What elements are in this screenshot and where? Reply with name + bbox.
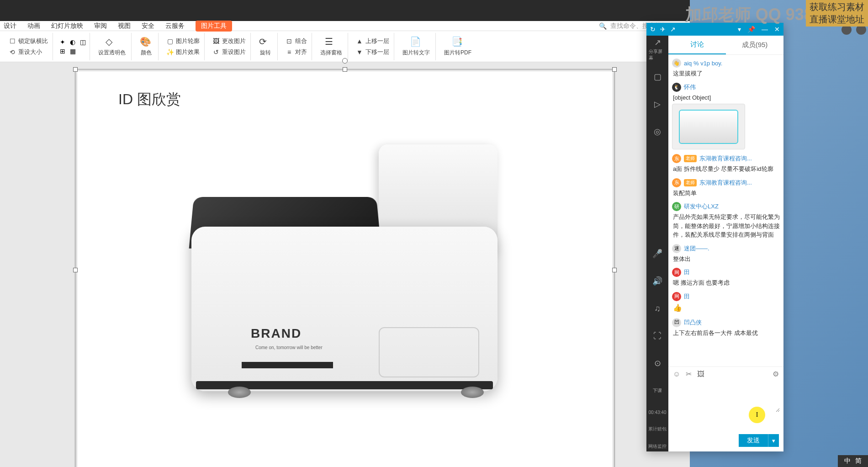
sidebar-play-icon[interactable]: ▷ bbox=[649, 94, 666, 114]
avatar: 东 bbox=[672, 154, 681, 163]
ribbon: ☐锁定纵横比 ⟲重设大小 ✦ ◐ ◫ ⊞ ▦ ◇设置透明色 🎨颜色 ▢图片轮廓 … bbox=[0, 31, 690, 62]
send-dropdown[interactable]: ▾ bbox=[768, 434, 779, 447]
sidebar-target-icon[interactable]: ◎ bbox=[649, 122, 666, 142]
title-bar bbox=[0, 0, 690, 21]
msg-text: [object Object] bbox=[673, 93, 780, 102]
chat-messages[interactable]: 👋aiq % v1p boy. 这里拔模了 🐧怀伟 [object Object… bbox=[668, 55, 783, 366]
resize-handle-tm[interactable] bbox=[343, 67, 347, 72]
crop-icon[interactable]: ◫ bbox=[79, 38, 87, 46]
pic-outline-button[interactable]: ▢图片轮廓 bbox=[164, 36, 201, 46]
share-icon[interactable]: ↗ bbox=[670, 26, 676, 33]
avatar: 迷 bbox=[672, 244, 681, 253]
ribbon-tabs: 设计 动画 幻灯片放映 审阅 视图 安全 云服务 图片工具 🔍 查找命令、搜索模… bbox=[0, 21, 690, 31]
tab-security[interactable]: 安全 bbox=[142, 21, 154, 32]
scissors-icon[interactable]: ✂ bbox=[686, 370, 692, 378]
msg-username[interactable]: 田 bbox=[684, 292, 690, 301]
tab-design[interactable]: 设计 bbox=[4, 21, 16, 32]
pic-effect-button[interactable]: ✨图片效果 bbox=[164, 47, 201, 57]
misc2-icon[interactable]: ▦ bbox=[69, 47, 77, 55]
chat-tabs: 讨论 成员(95) bbox=[668, 36, 783, 55]
sidebar-mic-icon[interactable]: 🎤 bbox=[649, 244, 666, 264]
resize-handle-ml[interactable] bbox=[73, 268, 78, 272]
sidebar-expand-icon[interactable]: ⛶ bbox=[649, 326, 666, 346]
rotate-button[interactable]: ⟳旋转 bbox=[256, 35, 275, 58]
color-button[interactable]: 🎨颜色 bbox=[137, 35, 155, 58]
refresh-icon[interactable]: ↻ bbox=[650, 26, 656, 33]
gear-icon[interactable]: ⚙ bbox=[773, 370, 779, 378]
product-image: BRAND Come on, tomorrow will be better bbox=[159, 131, 539, 419]
resize-handle-tl[interactable] bbox=[73, 67, 78, 72]
emoji-icon[interactable]: ☺ bbox=[673, 370, 680, 378]
brightness-icon[interactable]: ✦ bbox=[58, 38, 67, 46]
msg-username[interactable]: 迷团——. bbox=[684, 244, 709, 253]
sidebar-ppt-icon[interactable]: ▢ bbox=[649, 67, 666, 87]
msg-text: 嗯 搬运方面 也要考虑 bbox=[673, 278, 780, 287]
tab-members[interactable]: 成员(95) bbox=[726, 36, 783, 54]
stats-label-1: 累计赃包 bbox=[646, 424, 668, 434]
ime-mode[interactable]: 简 bbox=[855, 457, 862, 465]
chat-input[interactable] bbox=[672, 385, 780, 412]
reset-size-button[interactable]: ⟲重设大小 bbox=[6, 47, 50, 57]
tab-view[interactable]: 视图 bbox=[118, 21, 131, 32]
tab-cloud[interactable]: 云服务 bbox=[165, 21, 185, 32]
sidebar-music-icon[interactable]: ♫ bbox=[649, 298, 666, 318]
msg-username[interactable]: 东湖教育课程咨询... bbox=[699, 154, 752, 163]
sidebar-clock-icon[interactable]: ⊙ bbox=[649, 353, 666, 373]
avatar: 🐧 bbox=[672, 83, 681, 92]
tab-picture-tools[interactable]: 图片工具 bbox=[196, 21, 232, 32]
resize-handle-mr[interactable] bbox=[612, 268, 617, 272]
set-transparent-button[interactable]: ◇设置透明色 bbox=[95, 35, 128, 58]
class-end-button[interactable]: 下课 bbox=[649, 381, 666, 401]
msg-username[interactable]: 凹凸侠 bbox=[684, 318, 702, 327]
contrast-icon[interactable]: ◐ bbox=[69, 38, 77, 46]
select-pane-button[interactable]: ☰选择窗格 bbox=[318, 35, 345, 58]
reset-pic-button[interactable]: ↺重设图片 bbox=[210, 47, 248, 57]
tab-slideshow[interactable]: 幻灯片放映 bbox=[51, 21, 83, 32]
resize-handle-tr[interactable] bbox=[612, 67, 617, 72]
slide[interactable]: ID 图欣赏 BRAND Come on, tomorrow will be b… bbox=[77, 71, 613, 467]
align-button[interactable]: ≡对齐 bbox=[283, 47, 309, 57]
msg-username[interactable]: 怀伟 bbox=[684, 83, 696, 91]
msg-username[interactable]: 东湖教育课程咨询... bbox=[699, 179, 752, 187]
pin-icon[interactable]: 📌 bbox=[747, 26, 755, 33]
search-icon[interactable]: 🔍 bbox=[599, 22, 607, 30]
lock-ratio-checkbox[interactable]: ☐锁定纵横比 bbox=[6, 36, 50, 46]
canvas-area[interactable]: ID 图欣赏 BRAND Come on, tomorrow will be b… bbox=[0, 62, 690, 467]
msg-image[interactable] bbox=[672, 104, 745, 149]
close-icon[interactable]: ✕ bbox=[774, 26, 780, 33]
tab-review[interactable]: 审阅 bbox=[94, 21, 107, 32]
message-item: 网田 👍 bbox=[672, 292, 780, 313]
message-item: 网田 嗯 搬运方面 也要考虑 bbox=[672, 268, 780, 287]
ime-lang[interactable]: 中 bbox=[844, 457, 851, 465]
pic-to-text-button[interactable]: 📄图片转文字 bbox=[400, 35, 433, 58]
message-item: 东老师东湖教育课程咨询... a面 拆件线尽量少 尽量不要破坏id轮廓 bbox=[672, 154, 780, 174]
minimize-icon[interactable]: — bbox=[762, 26, 768, 33]
send-plane-icon[interactable]: ✈ bbox=[660, 26, 666, 33]
avatar: 网 bbox=[672, 292, 681, 301]
bring-forward-button[interactable]: ▲上移一层 bbox=[354, 36, 391, 46]
rotate-handle[interactable] bbox=[342, 58, 348, 64]
send-backward-button[interactable]: ▼下移一层 bbox=[354, 47, 391, 57]
chat-toolbar: ☺ ✂ 🖼 ⚙ bbox=[668, 366, 783, 381]
msg-text: 装配简单 bbox=[673, 189, 780, 198]
tab-animation[interactable]: 动画 bbox=[27, 21, 40, 32]
msg-username[interactable]: 田 bbox=[684, 268, 690, 276]
msg-username[interactable]: 研发中心LXZ bbox=[684, 202, 719, 211]
pic-to-pdf-button[interactable]: 📑图片转PDF bbox=[441, 35, 474, 58]
group-button[interactable]: ⊡组合 bbox=[283, 36, 309, 46]
tab-discuss[interactable]: 讨论 bbox=[668, 36, 726, 54]
share-screen-button[interactable]: ↗分享屏幕 bbox=[649, 39, 666, 59]
misc-icon[interactable]: ⊞ bbox=[58, 47, 67, 55]
chevron-down-icon[interactable]: ▾ bbox=[738, 26, 741, 33]
change-pic-button[interactable]: 🖼更改图片 bbox=[210, 36, 248, 46]
teacher-badge: 老师 bbox=[684, 179, 697, 186]
message-item: 东老师东湖教育课程咨询... 装配简单 bbox=[672, 178, 780, 198]
sidebar-speaker-icon[interactable]: 🔊 bbox=[649, 271, 666, 291]
stats-label-2: 网络监控 bbox=[646, 441, 668, 451]
send-button[interactable]: 发送 bbox=[739, 434, 768, 447]
ime-indicator[interactable]: 中 简 bbox=[838, 455, 868, 467]
product-brand-text: BRAND bbox=[251, 326, 302, 341]
msg-text: 这里拔模了 bbox=[673, 69, 780, 78]
msg-username[interactable]: aiq % v1p boy. bbox=[684, 60, 722, 67]
image-icon[interactable]: 🖼 bbox=[697, 370, 704, 378]
